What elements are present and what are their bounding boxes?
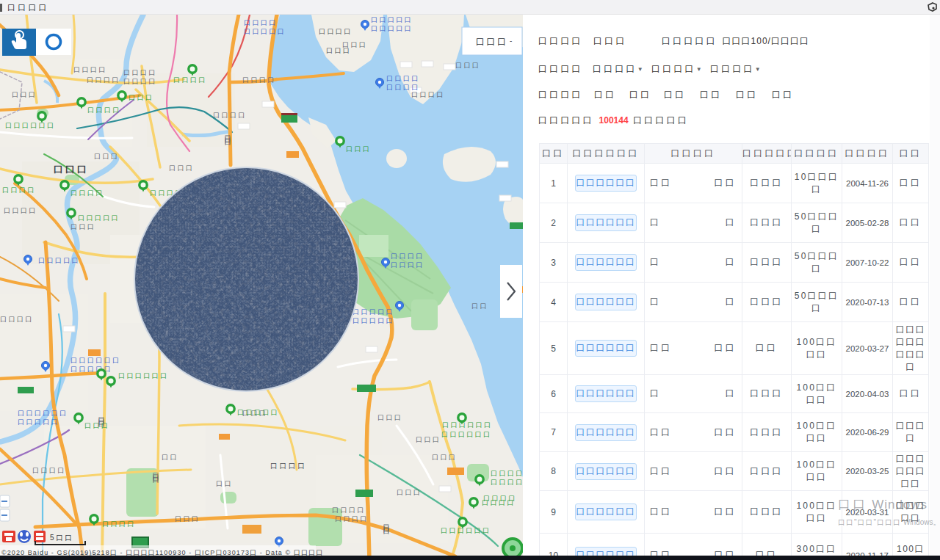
svg-text:口口口口: 口口口口 (87, 76, 120, 84)
svg-text:口口口口口口: 口口口口口口 (441, 431, 491, 438)
svg-text:口口口: 口口口 (432, 454, 457, 461)
svg-text:口口口口: 口口口口 (123, 69, 157, 76)
svg-text:口口口口: 口口口口 (482, 499, 516, 506)
svg-text:口口口: 口口口 (397, 489, 422, 496)
svg-text:口口口: 口口口 (476, 37, 508, 47)
svg-text:口口口口: 口口口口 (87, 106, 121, 114)
svg-text:口口口口口: 口口口口口 (352, 317, 394, 324)
svg-text:口口口: 口口口 (455, 62, 480, 69)
svg-text:口口口口: 口口口口 (244, 19, 278, 26)
svg-text:口口口口: 口口口口 (386, 75, 420, 82)
svg-text:口口口口口: 口口口口口 (371, 25, 413, 32)
svg-text:口口口: 口口口 (12, 91, 37, 98)
svg-text:口口口口: 口口口口 (332, 506, 366, 514)
svg-text:口口口口口口: 口口口口口口 (5, 122, 55, 129)
svg-text:口口口口口: 口口口口口 (78, 214, 120, 222)
svg-text:口口口口口: 口口口口口 (491, 470, 523, 477)
svg-text:口口口口: 口口口口 (411, 91, 445, 98)
svg-text:口口口: 口口口 (84, 422, 109, 429)
svg-text:口口口口: 口口口口 (32, 467, 66, 474)
svg-text:口口口口口口: 口口口口口口 (18, 410, 68, 417)
svg-text:口口口口: 口口口口 (386, 84, 420, 91)
svg-text:口口口口: 口口口口 (0, 316, 34, 323)
svg-text:口口口: 口口口 (346, 145, 371, 153)
svg-text:口口口口: 口口口口 (242, 76, 276, 84)
svg-text:口口口口口口: 口口口口口口 (442, 421, 492, 429)
svg-text:口口口: 口口口 (175, 515, 200, 523)
svg-text:口口口: 口口口 (94, 153, 119, 160)
svg-text:口口口: 口口口 (169, 164, 194, 172)
svg-text:口口口口口: 口口口口口 (244, 28, 286, 35)
svg-text:口口口口口: 口口口口口 (18, 418, 59, 426)
svg-text:口口口: 口口口 (70, 223, 95, 230)
svg-text:口口口口: 口口口口 (319, 28, 352, 35)
svg-text:口口口口: 口口口口 (391, 261, 424, 269)
svg-text:口口口口: 口口口口 (73, 66, 107, 73)
svg-text:口口口口口: 口口口口口 (70, 366, 112, 373)
svg-text:口口: 口口 (471, 302, 488, 310)
svg-text:口口口口: 口口口口 (102, 520, 136, 528)
svg-text:口口口口口口: 口口口口口口 (441, 527, 491, 534)
svg-text:口口口口口: 口口口口口 (352, 308, 394, 316)
svg-text:口口口: 口口口 (326, 47, 351, 54)
svg-text:口口口: 口口口 (54, 164, 89, 175)
svg-text:口口口口口口: 口口口口口口 (118, 372, 168, 379)
svg-text:口口口口口: 口口口口口 (371, 16, 413, 23)
svg-text:口口口口口: 口口口口口 (38, 257, 80, 264)
svg-text:口口口口口: 口口口口口 (237, 409, 279, 416)
svg-text:口口口: 口口口 (377, 414, 402, 421)
svg-text:口口口口: 口口口口 (70, 189, 104, 197)
svg-text:口口口: 口口口 (129, 94, 153, 101)
svg-text:5 口口: 5 口口 (50, 534, 73, 542)
svg-text:口口口口: 口口口口 (2, 186, 36, 194)
svg-text:口口口口: 口口口口 (4, 207, 37, 214)
svg-text:口口口口: 口口口口 (335, 515, 369, 523)
svg-text:口口口口: 口口口口 (123, 78, 157, 85)
svg-text:口口: 口口 (162, 454, 178, 461)
svg-text:口口口口口口: 口口口口口口 (70, 357, 120, 364)
svg-text:口口口口: 口口口口 (270, 462, 307, 470)
svg-text:口口口口: 口口口口 (213, 112, 247, 119)
svg-text:口口口口: 口口口口 (391, 252, 424, 260)
svg-text:-: - (510, 37, 512, 45)
svg-text:口口口口: 口口口口 (173, 76, 207, 84)
svg-text:口口口: 口口口 (416, 436, 441, 443)
svg-text:口口口口: 口口口口 (491, 479, 523, 486)
svg-text:口口: 口口 (216, 480, 233, 487)
